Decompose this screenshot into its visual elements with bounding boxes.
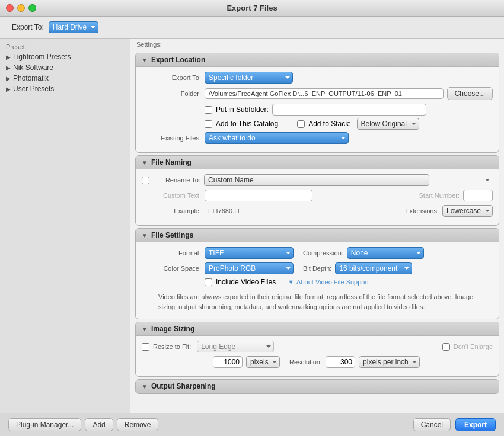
section-file-settings: ▼ File Settings Format: TIFF JPEG PSD DN… (135, 228, 499, 319)
export-to-field-select-wrapper: Specific folder Same folder as original (205, 72, 293, 84)
rename-to-checkbox[interactable] (142, 177, 149, 184)
sidebar-item-label-nik: Nik Software (13, 63, 53, 72)
about-video-row: ▼ About Video File Support (288, 278, 369, 286)
extensions-select[interactable]: Lowercase Uppercase (442, 205, 493, 217)
custom-text-input[interactable] (205, 190, 312, 201)
start-number-input[interactable] (463, 190, 493, 201)
close-button[interactable] (6, 4, 14, 12)
video-note-container: Video files are always exported in their… (142, 290, 493, 314)
section-triangle-naming: ▼ (142, 159, 148, 166)
resolution-label: Resolution: (289, 358, 322, 366)
main-content: Preset: ▶ Lightroom Presets ▶ Nik Softwa… (0, 39, 504, 436)
section-file-naming: ▼ File Naming Rename To: Custom Name Fil… (135, 155, 499, 226)
body-split: Preset: ▶ Lightroom Presets ▶ Nik Softwa… (0, 39, 504, 413)
sidebar-item-label-lightroom: Lightroom Presets (13, 53, 71, 61)
dont-enlarge-label: Don't Enlarge (454, 343, 493, 350)
form-row-export-to: Export To: Specific folder Same folder a… (142, 72, 493, 84)
rename-to-wrapper: Custom Name Filename Date - Filename (204, 174, 493, 186)
extensions-wrapper: Lowercase Uppercase (442, 205, 493, 217)
include-video-label: Include Video Files (216, 278, 276, 286)
custom-text-label: Custom Text: (142, 192, 201, 199)
folder-path: /Volumes/FreeAgent GoFlex Dr...6_ENP_OUT… (205, 88, 444, 99)
export-to-bar: Export To: Hard Drive Email CD/DVD (0, 17, 504, 39)
titlebar: Export 7 Files (0, 0, 504, 17)
section-body-file-naming: Rename To: Custom Name Filename Date - F… (136, 169, 499, 225)
sidebar-item-nik-software[interactable]: ▶ Nik Software (0, 62, 130, 73)
remove-button[interactable]: Remove (117, 418, 159, 431)
plugin-manager-button[interactable]: Plug-in Manager... (8, 418, 81, 431)
pixels-unit-wrapper: pixels in cm (246, 356, 280, 368)
format-select[interactable]: TIFF JPEG PSD DNG Original (205, 247, 294, 259)
below-original-select[interactable]: Below Original Above Original (357, 118, 419, 130)
below-original-wrapper: Below Original Above Original (357, 118, 419, 130)
window-controls (6, 4, 36, 12)
add-button[interactable]: Add (85, 418, 113, 431)
form-row-existing-files: Existing Files: Ask what to do Choose a … (142, 132, 493, 144)
add-to-catalog-checkbox[interactable] (205, 120, 212, 128)
choose-button[interactable]: Choose... (447, 87, 493, 100)
section-title-output-sharpening: Output Sharpening (151, 382, 216, 390)
rename-to-label: Rename To: (153, 177, 200, 184)
export-to-select[interactable]: Hard Drive Email CD/DVD (49, 21, 98, 33)
existing-files-select[interactable]: Ask what to do Choose a new name for the… (205, 132, 349, 144)
pixels-input[interactable] (213, 356, 243, 368)
form-row-video: Include Video Files ▼ About Video File S… (142, 278, 493, 286)
form-row-pixels-resolution: pixels in cm Resolution: pixels per inch… (142, 356, 493, 368)
section-header-export-location[interactable]: ▼ Export Location (136, 53, 499, 67)
bottom-right: Cancel Export (413, 418, 496, 431)
section-triangle-export: ▼ (142, 57, 148, 63)
resolution-input[interactable] (326, 356, 355, 368)
existing-files-label: Existing Files: (142, 134, 201, 142)
window-title: Export 7 Files (227, 4, 277, 12)
about-video-icon: ▼ (288, 278, 294, 286)
export-to-field-label: Export To: (142, 74, 201, 81)
export-to-field-select[interactable]: Specific folder Same folder as original (205, 72, 293, 84)
put-in-subfolder-checkbox[interactable] (205, 106, 212, 114)
section-image-sizing: ▼ Image Sizing Resize to Fit: Long Edge … (135, 322, 499, 377)
compression-select[interactable]: None LZW ZIP (347, 247, 424, 259)
resolution-unit-select[interactable]: pixels per inch pixels per cm (359, 356, 420, 368)
form-row-example: Example: _ELI7680.tif Extensions: Lowerc… (142, 205, 493, 217)
form-row-custom-start: Custom Text: Start Number: (142, 190, 493, 201)
add-to-stack-checkbox[interactable] (297, 120, 305, 128)
include-video-checkbox[interactable] (205, 278, 212, 286)
section-triangle-output-sharpening: ▼ (142, 383, 148, 390)
bit-depth-label: Bit Depth: (303, 265, 331, 272)
sidebar-item-photomatix[interactable]: ▶ Photomatix (0, 73, 130, 84)
include-video-row: Include Video Files (205, 278, 276, 286)
folder-label: Folder: (142, 90, 201, 97)
section-body-export-location: Export To: Specific folder Same folder a… (136, 67, 499, 152)
resize-to-fit-label: Resize to Fit: (153, 343, 191, 350)
dont-enlarge-checkbox[interactable] (442, 343, 450, 351)
color-space-select[interactable]: ProPhoto RGB sRGB AdobeRGB (205, 262, 294, 274)
bit-depth-select[interactable]: 16 bits/component 8 bits/component (335, 262, 412, 274)
format-label: Format: (142, 249, 201, 257)
add-to-stack-label: Add to Stack: (308, 120, 350, 128)
sidebar-item-lightroom-presets[interactable]: ▶ Lightroom Presets (0, 52, 130, 62)
section-title-image-sizing: Image Sizing (151, 325, 194, 333)
sidebar-arrow-nik: ▶ (6, 65, 11, 71)
sidebar-arrow-photomatix: ▶ (6, 75, 11, 82)
sidebar: Preset: ▶ Lightroom Presets ▶ Nik Softwa… (0, 39, 130, 413)
section-header-image-sizing[interactable]: ▼ Image Sizing (136, 322, 499, 336)
bottom-bar: Plug-in Manager... Add Remove Cancel Exp… (0, 413, 504, 436)
resize-fit-wrapper: Long Edge Short Edge Width Height Megapi… (197, 341, 274, 352)
color-space-wrapper: ProPhoto RGB sRGB AdobeRGB (205, 262, 294, 274)
about-video-label[interactable]: About Video File Support (296, 278, 369, 286)
pixels-unit-select[interactable]: pixels in cm (246, 356, 280, 368)
subfolder-input[interactable] (272, 104, 426, 116)
start-number-label: Start Number: (419, 192, 460, 199)
export-button[interactable]: Export (455, 418, 496, 431)
bottom-left: Plug-in Manager... Add Remove (8, 418, 158, 431)
maximize-button[interactable] (28, 4, 36, 12)
sidebar-item-user-presets[interactable]: ▶ User Presets (0, 84, 130, 94)
section-header-output-sharpening[interactable]: ▼ Output Sharpening (136, 380, 499, 393)
cancel-button[interactable]: Cancel (413, 418, 451, 431)
minimize-button[interactable] (17, 4, 25, 12)
resize-to-fit-checkbox[interactable] (142, 343, 149, 351)
section-header-file-naming[interactable]: ▼ File Naming (136, 156, 499, 169)
section-header-file-settings[interactable]: ▼ File Settings (136, 229, 499, 242)
resize-fit-select[interactable]: Long Edge Short Edge Width Height Megapi… (197, 341, 274, 352)
section-triangle-file-settings: ▼ (142, 232, 148, 239)
rename-to-select[interactable]: Custom Name Filename Date - Filename (204, 174, 429, 186)
